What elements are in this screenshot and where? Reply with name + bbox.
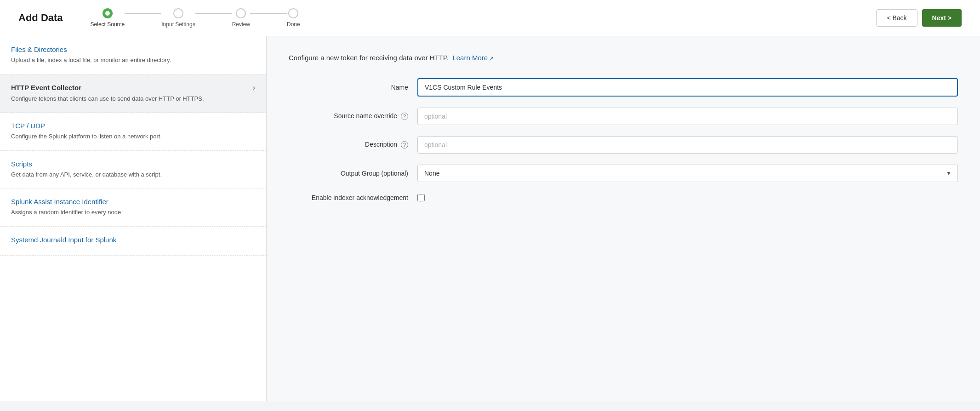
name-input[interactable] (417, 78, 958, 97)
step-label-2: Input Settings (161, 21, 195, 28)
step-label-4: Done (287, 21, 300, 28)
form-row-source-name: Source name override ? (289, 108, 958, 125)
output-group-label: Output Group (optional) (289, 170, 408, 177)
header-left: Add Data Select Source Input Settings Re… (18, 8, 300, 28)
step-circle-2 (173, 8, 183, 18)
step-circle-1 (103, 8, 113, 18)
sidebar-item-files-directories[interactable]: Files & Directories Upload a file, index… (0, 36, 266, 74)
sidebar-item-systemd-journald[interactable]: Systemd Journald Input for Splunk (0, 227, 266, 256)
step-connector-1 (125, 13, 161, 14)
sidebar-item-title-http: HTTP Event Collector › (11, 84, 255, 92)
name-label: Name (289, 84, 408, 91)
sidebar-item-tcp-udp[interactable]: TCP / UDP Configure the Splunk platform … (0, 113, 266, 151)
intro-text: Configure a new token for receiving data… (289, 53, 958, 63)
sidebar-item-desc-http: Configure tokens that clients can use to… (11, 94, 255, 103)
sidebar-item-scripts[interactable]: Scripts Get data from any API, service, … (0, 151, 266, 189)
next-button[interactable]: Next > (922, 9, 962, 27)
source-name-override-label: Source name override ? (289, 112, 408, 120)
header: Add Data Select Source Input Settings Re… (0, 0, 980, 36)
step-circle-3 (236, 8, 246, 18)
step-connector-3 (250, 13, 287, 14)
step-done: Done (287, 8, 300, 28)
page-title: Add Data (18, 12, 63, 24)
sidebar-item-title-splunk-assist: Splunk Assist Instance Identifier (11, 198, 255, 206)
sidebar: Files & Directories Upload a file, index… (0, 36, 267, 401)
step-label-1: Select Source (91, 21, 125, 28)
header-buttons: < Back Next > (876, 9, 962, 27)
output-group-select[interactable]: None (417, 165, 958, 182)
form-row-output-group: Output Group (optional) None ▼ (289, 165, 958, 182)
description-input[interactable] (417, 136, 958, 154)
step-connector-2 (195, 13, 232, 14)
enable-indexer-label: Enable indexer acknowledgement (289, 193, 408, 203)
chevron-right-icon: › (253, 84, 255, 92)
learn-more-link[interactable]: Learn More (452, 54, 494, 62)
step-review: Review (232, 8, 250, 28)
sidebar-item-splunk-assist[interactable]: Splunk Assist Instance Identifier Assign… (0, 188, 266, 227)
sidebar-item-title-files: Files & Directories (11, 46, 255, 53)
form-row-description: Description ? (289, 136, 958, 154)
sidebar-item-title-systemd: Systemd Journald Input for Splunk (11, 236, 255, 244)
enable-indexer-checkbox[interactable] (417, 194, 425, 201)
form-row-enable-indexer: Enable indexer acknowledgement (289, 193, 958, 203)
sidebar-item-title-scripts: Scripts (11, 160, 255, 168)
sidebar-item-http-event-collector[interactable]: HTTP Event Collector › Configure tokens … (0, 74, 266, 113)
source-name-override-input[interactable] (417, 108, 958, 125)
form-row-name: Name (289, 78, 958, 97)
description-help-icon[interactable]: ? (401, 141, 408, 148)
output-group-select-wrapper: None ▼ (417, 165, 958, 182)
sidebar-item-title-tcp: TCP / UDP (11, 122, 255, 130)
step-input-settings: Input Settings (161, 8, 195, 28)
step-circle-4 (288, 8, 298, 18)
source-name-help-icon[interactable]: ? (401, 113, 408, 120)
sidebar-item-desc-splunk-assist: Assigns a random identifier to every nod… (11, 208, 255, 217)
sidebar-item-desc-scripts: Get data from any API, service, or datab… (11, 170, 255, 179)
stepper: Select Source Input Settings Review Done (91, 8, 300, 28)
sidebar-item-desc-tcp: Configure the Splunk platform to listen … (11, 132, 255, 141)
step-label-3: Review (232, 21, 250, 28)
description-label: Description ? (289, 141, 408, 148)
back-button[interactable]: < Back (876, 9, 917, 27)
sidebar-item-desc-files: Upload a file, index a local file, or mo… (11, 56, 255, 65)
step-select-source: Select Source (91, 8, 125, 28)
right-panel: Configure a new token for receiving data… (267, 36, 980, 401)
main-content: Files & Directories Upload a file, index… (0, 36, 980, 401)
